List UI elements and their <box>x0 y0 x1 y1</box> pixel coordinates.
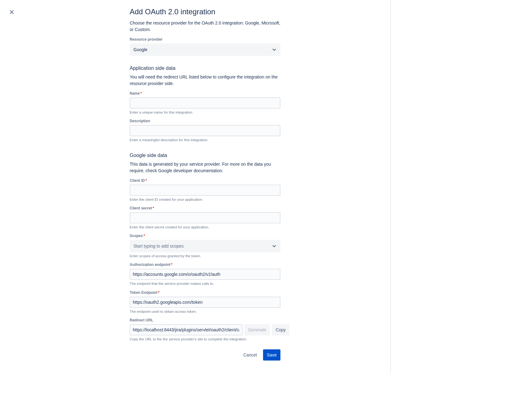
name-help: Enter a unique name for this integration… <box>130 110 280 115</box>
redirect-url-help: Copy the URL to the the service provider… <box>130 337 280 342</box>
auth-endpoint-label-text: Authorization endpoint <box>130 262 170 267</box>
description-input[interactable] <box>130 125 280 136</box>
footer-actions: Cancel Save <box>130 349 280 361</box>
close-icon <box>9 9 15 16</box>
scopes-label-text: Scopes <box>130 234 143 238</box>
description-label: Description <box>130 118 280 124</box>
token-endpoint-label: Token Endpoint* <box>130 290 280 295</box>
chevron-down-icon <box>272 47 277 52</box>
required-indicator: * <box>171 262 172 267</box>
description-help: Enter a meaningful description for this … <box>130 137 280 143</box>
generate-button[interactable]: Generate <box>244 324 270 335</box>
resource-provider-label: Resource provider <box>130 37 280 42</box>
required-indicator: * <box>145 178 147 183</box>
name-input[interactable] <box>130 97 280 109</box>
client-secret-input[interactable] <box>130 212 280 223</box>
client-secret-help: Enter the client secret created for your… <box>130 225 280 230</box>
token-endpoint-label-text: Token Endpoint <box>130 290 158 295</box>
token-endpoint-help: The endpoint used to obtain access token… <box>130 309 280 314</box>
client-secret-label: Client secret* <box>130 205 280 211</box>
token-endpoint-input[interactable] <box>130 297 280 308</box>
auth-endpoint-label: Authorization endpoint* <box>130 262 280 267</box>
auth-endpoint-input[interactable] <box>130 269 280 280</box>
client-id-label: Client ID* <box>130 178 280 183</box>
client-id-input[interactable] <box>130 185 280 196</box>
chevron-down-icon <box>272 244 277 249</box>
cancel-button[interactable]: Cancel <box>239 349 261 361</box>
required-indicator: * <box>141 91 142 96</box>
google-side-heading: Google side data <box>130 152 280 159</box>
client-id-help: Enter the client ID created for your app… <box>130 197 280 202</box>
google-side-description: This data is generated by your service p… <box>130 161 280 174</box>
name-label-text: Name <box>130 91 140 96</box>
name-label: Name* <box>130 91 280 96</box>
client-id-label-text: Client ID <box>130 178 145 183</box>
scopes-label: Scopes* <box>130 233 280 239</box>
resource-provider-value: Google <box>133 47 272 53</box>
required-indicator: * <box>158 290 160 295</box>
resource-provider-select[interactable]: Google <box>130 43 280 56</box>
redirect-url-label: Redirect URL <box>130 317 280 323</box>
application-side-heading: Application side data <box>130 65 280 72</box>
scrollbar-track <box>390 0 391 373</box>
page-subtitle: Choose the resource provider for the OAu… <box>130 20 280 33</box>
auth-endpoint-help: The endpoint that the service provider m… <box>130 281 280 286</box>
required-indicator: * <box>144 234 145 238</box>
page-title: Add OAuth 2.0 integration <box>130 6 280 17</box>
close-button[interactable] <box>7 7 17 17</box>
redirect-url-input[interactable] <box>130 324 243 335</box>
scopes-select[interactable]: Start typing to add scopes <box>130 240 280 252</box>
client-secret-label-text: Client secret <box>130 206 152 210</box>
application-side-description: You will need the redirect URL listed be… <box>130 74 280 87</box>
scopes-help: Enter scopes of access granted by the to… <box>130 253 280 259</box>
form-container: Add OAuth 2.0 integration Choose the res… <box>130 0 280 373</box>
copy-button[interactable]: Copy <box>272 324 289 335</box>
save-button[interactable]: Save <box>263 349 280 361</box>
scopes-placeholder: Start typing to add scopes <box>133 243 272 249</box>
required-indicator: * <box>153 206 154 210</box>
